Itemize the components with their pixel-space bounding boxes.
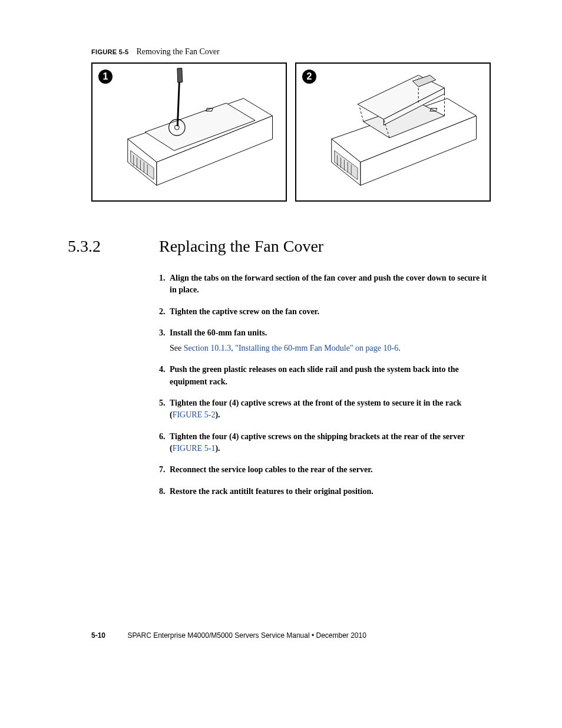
step-number: 8. bbox=[159, 486, 170, 498]
step-number: 5. bbox=[159, 397, 170, 421]
figure-title: Removing the Fan Cover bbox=[137, 47, 220, 56]
section-number: 5.3.2 bbox=[68, 237, 159, 256]
step-2: 2. Tighten the captive screw on the fan … bbox=[159, 306, 494, 318]
page-footer: 5-10 SPARC Enterprise M4000/M5000 Server… bbox=[91, 631, 366, 640]
step-number: 3. bbox=[159, 327, 170, 355]
step-text: Restore the rack antitilt features to th… bbox=[170, 487, 373, 496]
server-illustration-1 bbox=[92, 64, 286, 200]
step-text: Reconnect the service loop cables to the… bbox=[170, 465, 373, 474]
svg-rect-7 bbox=[177, 68, 183, 83]
footer-text: SPARC Enterprise M4000/M5000 Servers Ser… bbox=[127, 631, 366, 640]
figure-row: 1 bbox=[91, 62, 494, 202]
steps-list: 1. Align the tabs on the forward section… bbox=[159, 272, 494, 498]
period: . bbox=[398, 344, 401, 353]
see-label: See bbox=[170, 344, 184, 353]
figure-caption: FIGURE 5-5 Removing the Fan Cover bbox=[91, 47, 494, 57]
section-header: 5.3.2 Replacing the Fan Cover bbox=[68, 237, 494, 256]
xref-link[interactable]: Section 10.1.3, "Installing the 60-mm Fa… bbox=[184, 344, 399, 353]
step-text: Install the 60-mm fan units. bbox=[170, 328, 267, 337]
figure-panel-1: 1 bbox=[91, 62, 287, 202]
figure-label: FIGURE 5-5 bbox=[91, 48, 129, 55]
step-5: 5. Tighten the four (4) captive screws a… bbox=[159, 397, 494, 421]
server-illustration-2 bbox=[296, 64, 490, 200]
screwdriver-icon bbox=[177, 68, 183, 126]
step-number: 1. bbox=[159, 272, 170, 297]
step-number: 2. bbox=[159, 306, 170, 318]
xref-link[interactable]: FIGURE 5-1 bbox=[173, 444, 216, 453]
step-7: 7. Reconnect the service loop cables to … bbox=[159, 464, 494, 476]
figure-panel-2: 2 bbox=[295, 62, 491, 202]
step-subtext: See Section 10.1.3, "Installing the 60-m… bbox=[170, 342, 494, 354]
step-text: Tighten the captive screw on the fan cov… bbox=[170, 307, 319, 316]
step-6: 6. Tighten the four (4) captive screws o… bbox=[159, 431, 494, 455]
step-text-b: ). bbox=[215, 444, 220, 453]
section-title: Replacing the Fan Cover bbox=[159, 237, 323, 256]
step-8: 8. Restore the rack antitilt features to… bbox=[159, 486, 494, 498]
step-number: 7. bbox=[159, 464, 170, 476]
step-text: Push the green plastic releases on each … bbox=[170, 365, 459, 386]
step-number: 4. bbox=[159, 364, 170, 388]
step-text: Align the tabs on the forward section of… bbox=[170, 274, 487, 294]
svg-line-21 bbox=[359, 106, 363, 122]
step-3: 3. Install the 60-mm fan units. See Sect… bbox=[159, 327, 494, 355]
page: FIGURE 5-5 Removing the Fan Cover 1 bbox=[0, 0, 562, 728]
step-text-b: ). bbox=[215, 410, 220, 419]
step-number: 6. bbox=[159, 431, 170, 455]
xref-link[interactable]: FIGURE 5-2 bbox=[173, 410, 216, 419]
step-4: 4. Push the green plastic releases on ea… bbox=[159, 364, 494, 388]
step-1: 1. Align the tabs on the forward section… bbox=[159, 272, 494, 297]
page-number: 5-10 bbox=[91, 631, 105, 640]
